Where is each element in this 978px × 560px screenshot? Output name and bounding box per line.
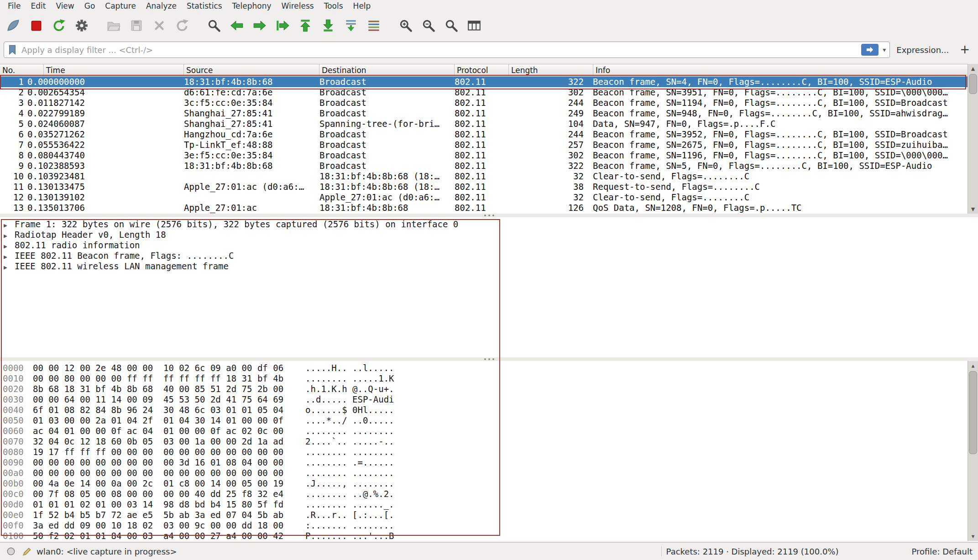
expand-arrow-icon[interactable]: ▶	[4, 262, 15, 272]
packet-row[interactable]: 6 0.035271262 Hangzhou_cd:7a:6e Broadcas…	[0, 129, 978, 140]
column-header-protocol[interactable]: Protocol	[455, 64, 509, 76]
hex-row[interactable]: 00a0 00 00 00 00 00 00 00 00 00 00 00 00…	[3, 468, 978, 478]
packet-row[interactable]: 10 0.103923481 18:31:bf:4b:8b:68 (18:… 8…	[0, 171, 978, 182]
detail-text: IEEE 802.11 Beacon frame, Flags: .......…	[15, 251, 234, 261]
display-filter-input[interactable]	[21, 45, 858, 55]
open-file-button[interactable]	[103, 15, 124, 36]
expert-info-button[interactable]	[5, 546, 16, 557]
profile-button[interactable]: Profile: Default	[911, 547, 973, 556]
go-last-packet-button[interactable]	[318, 15, 339, 36]
packet-row[interactable]: 8 0.080443740 3e:f5:cc:0e:35:84 Broadcas…	[0, 150, 978, 161]
packet-row[interactable]: 4 0.022799189 Shanghai_27:85:41 Broadcas…	[0, 108, 978, 119]
go-back-button[interactable]	[226, 15, 247, 36]
detail-tree-row[interactable]: ▶Frame 1: 322 bytes on wire (2576 bits),…	[4, 219, 978, 230]
hex-row[interactable]: 0060 ac 04 01 00 00 0f ac 04 01 00 00 0f…	[3, 426, 978, 436]
hex-row[interactable]: 00f0 3a ed dd 09 00 10 18 02 03 00 9c 00…	[3, 520, 978, 531]
column-header-info[interactable]: Info	[593, 64, 978, 76]
go-to-packet-button[interactable]	[272, 15, 293, 36]
packet-row[interactable]: 1 0.000000000 18:31:bf:4b:8b:68 Broadcas…	[0, 77, 978, 87]
hex-row[interactable]: 0080 19 17 ff ff ff 00 00 00 00 00 00 00…	[3, 447, 978, 457]
hex-row[interactable]: 0090 00 00 00 00 00 00 00 00 00 3d 16 01…	[3, 457, 978, 468]
menu-item[interactable]: Wireless	[277, 0, 319, 12]
scroll-down-icon[interactable]: ▼	[968, 204, 978, 214]
hex-row[interactable]: 00c0 00 7f 08 05 00 08 00 00 00 00 40 dd…	[3, 489, 978, 499]
packet-row[interactable]: 7 0.055536422 Tp-LinkT_ef:48:88 Broadcas…	[0, 140, 978, 150]
menu-item[interactable]: Tools	[319, 0, 348, 12]
capture-comment-button[interactable]	[21, 546, 32, 557]
column-header-source[interactable]: Source	[184, 64, 319, 76]
hex-row[interactable]: 0100 50 f2 02 01 01 84 00 03 a4 00 00 27…	[3, 531, 978, 541]
hex-bytes: 19 17 ff ff ff 00 00 00 00 00 00 00 00 0…	[33, 447, 283, 457]
hex-row[interactable]: 00e0 1f 52 b4 b5 b7 72 ae e5 5b ab 3a ed…	[3, 510, 978, 520]
hex-row[interactable]: 0010 00 00 80 00 00 00 ff ff ff ff ff ff…	[3, 373, 978, 384]
hex-row[interactable]: 0030 00 00 64 00 11 14 00 09 45 53 50 2d…	[3, 394, 978, 405]
hex-row[interactable]: 00d0 01 01 01 02 01 00 03 14 98 d8 bd b4…	[3, 499, 978, 510]
packet-row[interactable]: 12 0.130139102 Apple_27:01:ac (d0:a6:… 8…	[0, 192, 978, 203]
scroll-up-icon[interactable]: ▲	[968, 64, 978, 73]
scroll-up-icon[interactable]: ▲	[968, 361, 978, 370]
zoom-out-button[interactable]	[418, 15, 439, 36]
packet-row[interactable]: 11 0.130133475 Apple_27:01:ac (d0:a6:… 1…	[0, 182, 978, 192]
start-capture-button[interactable]	[3, 15, 24, 36]
detail-tree-row[interactable]: ▶802.11 radio information	[4, 240, 978, 251]
list-details-splitter[interactable]	[0, 214, 978, 217]
add-filter-button[interactable]: +	[955, 42, 974, 58]
filter-history-dropdown[interactable]: ▾	[881, 46, 887, 53]
hex-scrollbar[interactable]: ▲ ▼	[968, 361, 978, 541]
zoom-normal-button[interactable]	[441, 15, 462, 36]
go-first-packet-button[interactable]	[295, 15, 316, 36]
hex-row[interactable]: 0070 32 04 0c 12 18 60 0b 05 03 00 1a 00…	[3, 436, 978, 447]
expand-arrow-icon[interactable]: ▶	[4, 251, 15, 262]
menu-item[interactable]: Help	[348, 0, 376, 12]
menu-item[interactable]: Edit	[26, 0, 51, 12]
packet-row[interactable]: 13 0.135013706 Apple_27:01:ac 18:31:bf:4…	[0, 203, 978, 213]
close-file-button[interactable]	[149, 15, 170, 36]
menu-item[interactable]: Statistics	[182, 0, 227, 12]
hex-row[interactable]: 0000 00 00 12 00 2e 48 00 00 10 02 6c 09…	[3, 363, 978, 373]
scrollbar-thumb[interactable]	[969, 371, 977, 454]
packet-row[interactable]: 5 0.024060087 Shanghai_27:85:41 Spanning…	[0, 119, 978, 129]
hex-row[interactable]: 0050 01 03 00 00 2a 01 04 2f 01 04 30 14…	[3, 415, 978, 426]
expression-button[interactable]: Expression...	[894, 45, 952, 55]
zoom-in-button[interactable]	[395, 15, 416, 36]
apply-filter-button[interactable]	[861, 44, 879, 56]
menu-item[interactable]: Go	[79, 0, 100, 12]
resize-columns-button[interactable]	[464, 15, 485, 36]
packet-row[interactable]: 9 0.102388593 18:31:bf:4b:8b:68 Broadcas…	[0, 161, 978, 171]
packet-list-scrollbar[interactable]: ▲ ▼	[968, 64, 978, 214]
menu-item[interactable]: File	[3, 0, 26, 12]
detail-tree-row[interactable]: ▶Radiotap Header v0, Length 18	[4, 230, 978, 240]
menu-item[interactable]: Telephony	[227, 0, 277, 12]
column-header-time[interactable]: Time	[44, 64, 184, 76]
detail-tree-row[interactable]: ▶IEEE 802.11 wireless LAN management fra…	[4, 261, 978, 272]
packet-row[interactable]: 3 0.011827142 3c:f5:cc:0e:35:84 Broadcas…	[0, 98, 978, 108]
expand-arrow-icon[interactable]: ▶	[4, 220, 15, 230]
restart-capture-button[interactable]	[48, 15, 69, 36]
column-header-length[interactable]: Length	[509, 64, 593, 76]
column-header-no[interactable]: No.	[0, 64, 44, 76]
reload-file-button[interactable]	[172, 15, 193, 36]
capture-options-button[interactable]	[71, 15, 92, 36]
hex-row[interactable]: 0020 8b 68 18 31 bf 4b 8b 68 40 00 85 51…	[3, 384, 978, 394]
scrollbar-thumb[interactable]	[969, 74, 977, 94]
packet-row[interactable]: 2 0.002654354 d6:61:fe:cd:7a:6e Broadcas…	[0, 87, 978, 98]
details-bytes-splitter[interactable]	[0, 357, 978, 361]
column-header-destination[interactable]: Destination	[319, 64, 455, 76]
packet-source-cell: d6:61:fe:cd:7a:6e	[184, 87, 319, 98]
go-forward-button[interactable]	[249, 15, 270, 36]
expand-arrow-icon[interactable]: ▶	[4, 230, 15, 241]
hex-row[interactable]: 00b0 00 4a 0e 14 00 0a 00 2c 01 c8 00 14…	[3, 478, 978, 489]
auto-scroll-button[interactable]	[340, 15, 361, 36]
menu-item[interactable]: View	[51, 0, 79, 12]
filter-bookmark-icon[interactable]	[7, 44, 18, 55]
stop-capture-button[interactable]	[26, 15, 47, 36]
save-file-button[interactable]	[126, 15, 147, 36]
colorize-packets-button[interactable]	[363, 15, 384, 36]
hex-row[interactable]: 0040 6f 01 08 82 84 8b 96 24 30 48 6c 03…	[3, 405, 978, 415]
menu-item[interactable]: Analyze	[141, 0, 182, 12]
expand-arrow-icon[interactable]: ▶	[4, 241, 15, 251]
scroll-down-icon[interactable]: ▼	[968, 532, 978, 541]
menu-item[interactable]: Capture	[100, 0, 141, 12]
find-packet-button[interactable]	[204, 15, 225, 36]
detail-tree-row[interactable]: ▶IEEE 802.11 Beacon frame, Flags: ......…	[4, 251, 978, 261]
